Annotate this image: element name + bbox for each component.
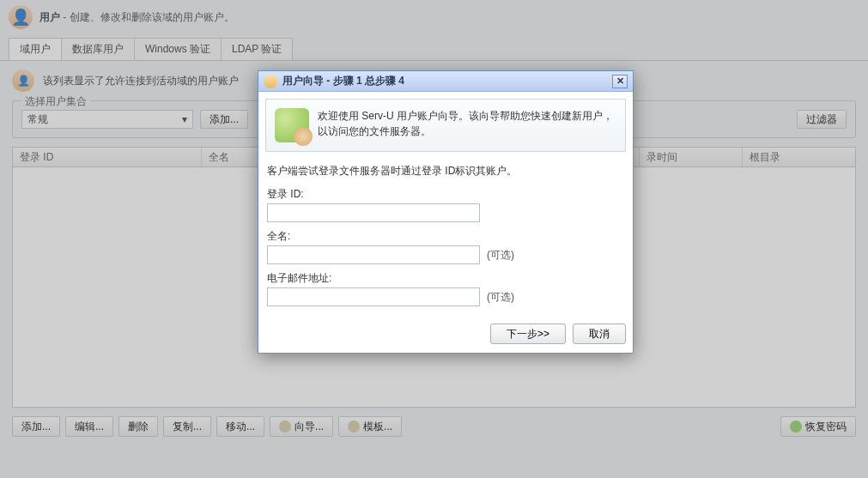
email-input[interactable] — [267, 287, 480, 306]
email-hint: (可选) — [487, 290, 514, 305]
next-button[interactable]: 下一步>> — [490, 324, 566, 344]
cancel-button[interactable]: 取消 — [573, 324, 626, 344]
fullname-input[interactable] — [267, 245, 480, 264]
fullname-hint: (可选) — [487, 248, 514, 263]
dialog-title: 用户向导 - 步骤 1 总步骤 4 — [282, 74, 404, 88]
email-label: 电子邮件地址: — [267, 271, 624, 286]
wizard-title-icon — [264, 75, 277, 88]
welcome-icon — [275, 108, 309, 142]
login-id-group: 登录 ID: — [267, 187, 624, 222]
fullname-label: 全名: — [267, 229, 624, 244]
login-id-input[interactable] — [267, 203, 480, 222]
dialog-titlebar[interactable]: 用户向导 - 步骤 1 总步骤 4 ✕ — [258, 71, 633, 92]
welcome-banner: 欢迎使用 Serv-U 用户账户向导。该向导帮助您快速创建新用户，以访问您的文件… — [265, 99, 626, 152]
close-icon[interactable]: ✕ — [612, 75, 628, 88]
user-wizard-dialog: 用户向导 - 步骤 1 总步骤 4 ✕ 欢迎使用 Serv-U 用户账户向导。该… — [258, 70, 634, 354]
email-group: 电子邮件地址: (可选) — [267, 271, 624, 306]
dialog-body: 欢迎使用 Serv-U 用户账户向导。该向导帮助您快速创建新用户，以访问您的文件… — [258, 92, 633, 320]
fullname-group: 全名: (可选) — [267, 229, 624, 264]
welcome-text: 欢迎使用 Serv-U 用户账户向导。该向导帮助您快速创建新用户，以访问您的文件… — [318, 108, 616, 139]
dialog-footer: 下一步>> 取消 — [258, 320, 633, 353]
login-id-label: 登录 ID: — [267, 187, 624, 202]
dialog-desc: 客户端尝试登录文件服务器时通过登录 ID标识其账户。 — [267, 164, 624, 178]
